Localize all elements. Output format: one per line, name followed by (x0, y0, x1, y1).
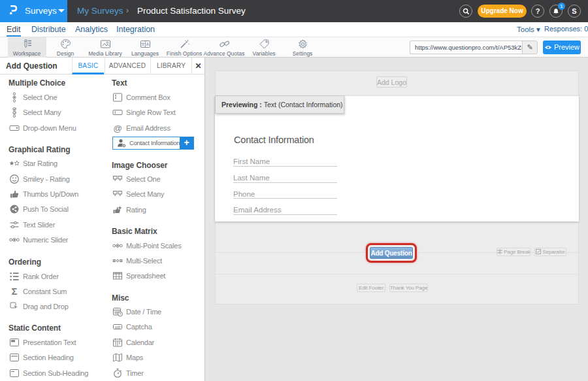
svg-text:@: @ (113, 123, 122, 133)
svg-text:WR: WR (114, 325, 120, 329)
svg-text:Σ: Σ (11, 286, 17, 297)
svg-text:文: 文 (140, 42, 145, 46)
svg-text:A: A (146, 42, 149, 46)
